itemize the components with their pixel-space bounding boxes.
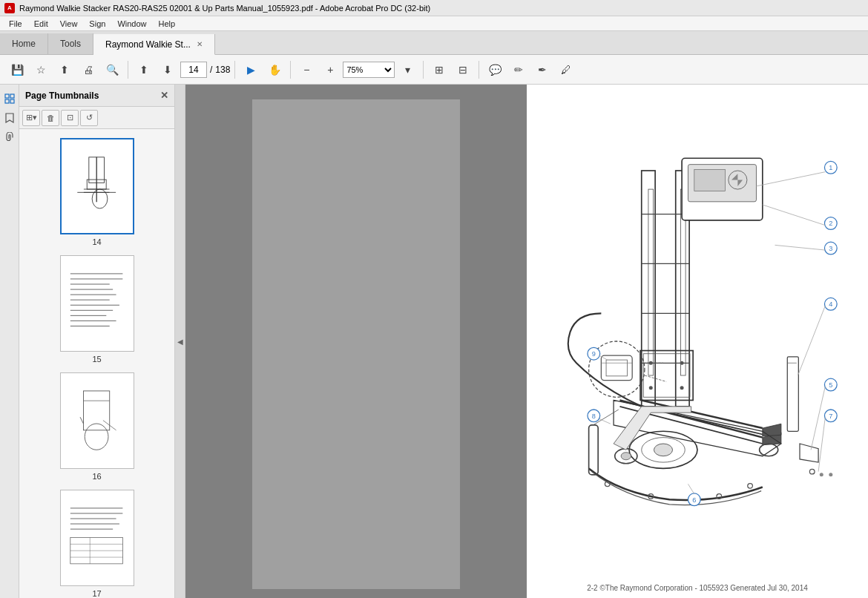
svg-rect-3 (10, 99, 14, 103)
svg-point-49 (649, 386, 653, 390)
parts-diagram-svg: 1 2 3 4 5 6 7 (527, 85, 868, 598)
title-bar: A Raymond Walkie Stacker RAS20-RAS25 020… (0, 0, 868, 16)
view-options-button[interactable]: ⊟ (452, 59, 474, 80)
separator-3 (290, 61, 291, 79)
menu-view[interactable]: View (54, 18, 84, 30)
svg-line-25 (80, 418, 83, 424)
diagram-area: 1 2 3 4 5 6 7 (527, 85, 868, 598)
svg-line-99 (688, 484, 694, 493)
svg-line-96 (811, 387, 825, 450)
menu-help[interactable]: Help (153, 18, 182, 30)
separator-1 (128, 61, 128, 79)
page-navigation: / 138 (180, 62, 230, 78)
tab-bar: Home Tools Raymond Walkie St... ✕ (0, 31, 868, 55)
panel-toolbar: ⊞▾ 🗑 ⊡ ↺ (19, 107, 174, 129)
thumbnail-img-15 (60, 255, 134, 352)
thumbnails-list: 14 (19, 129, 174, 598)
next-page-button[interactable]: ⬇ (157, 59, 179, 80)
menu-edit[interactable]: Edit (28, 18, 54, 30)
zoom-select[interactable]: 75% 50% 100% 125% 150% (343, 62, 395, 78)
svg-rect-75 (589, 425, 599, 475)
svg-text:7: 7 (829, 413, 832, 420)
sign-button[interactable]: 🖊 (555, 59, 577, 80)
svg-line-102 (818, 418, 825, 472)
tab-home[interactable]: Home (0, 33, 48, 54)
bookmarks-icon[interactable] (1, 110, 18, 126)
svg-point-57 (654, 444, 672, 456)
zoom-in-button[interactable]: + (319, 59, 341, 80)
print-button[interactable]: 🖨 (77, 59, 99, 80)
menu-sign[interactable]: Sign (83, 18, 111, 30)
panel-title: Page Thumbnails (25, 91, 99, 101)
thumbnails-panel: Page Thumbnails ✕ ⊞▾ 🗑 ⊡ ↺ (19, 85, 175, 598)
thumbnail-page-16[interactable]: 16 (19, 369, 174, 484)
svg-text:4: 4 (829, 300, 832, 308)
icon-sidebar (0, 85, 19, 598)
panel-rotate-button[interactable]: ↺ (80, 110, 98, 126)
menu-file[interactable]: File (3, 18, 28, 30)
svg-rect-1 (10, 94, 14, 98)
panel-extract-button[interactable]: ⊡ (61, 110, 79, 126)
pdf-page-blank (252, 99, 460, 589)
svg-point-24 (85, 424, 109, 450)
toolbar: 💾 ☆ ⬆ 🖨 🔍 ⬆ ⬇ / 138 ▶ ✋ − + 75% 50% 100%… (0, 55, 868, 85)
page-total: 138 (215, 65, 230, 75)
select-tool-button[interactable]: ▶ (240, 59, 262, 80)
svg-line-87 (763, 205, 825, 226)
panel-collapse-handle[interactable]: ◀ (175, 85, 185, 598)
svg-rect-39 (648, 189, 654, 375)
svg-rect-22 (84, 391, 110, 430)
thumbnail-page-17[interactable]: 17 (19, 487, 174, 598)
separator-2 (234, 61, 235, 79)
upload-button[interactable]: ⬆ (53, 59, 76, 80)
panel-header: Page Thumbnails ✕ (19, 85, 174, 107)
prev-page-button[interactable]: ⬆ (133, 59, 155, 80)
main-area: Page Thumbnails ✕ ⊞▾ 🗑 ⊡ ↺ (0, 85, 868, 598)
pdf-gray-area (185, 85, 527, 598)
svg-line-84 (756, 172, 825, 186)
svg-text:3: 3 (829, 245, 832, 252)
tab-close-button[interactable]: ✕ (197, 40, 203, 48)
svg-point-79 (809, 469, 815, 474)
save-button[interactable]: 💾 (6, 59, 28, 80)
thumbnail-page-14[interactable]: 14 (19, 135, 174, 249)
fit-page-button[interactable]: ⊞ (428, 59, 450, 80)
menu-window[interactable]: Window (111, 18, 152, 30)
zoom-out-button[interactable]: − (295, 59, 318, 80)
svg-rect-2 (5, 99, 9, 103)
separator-4 (423, 61, 424, 79)
thumbnail-page-15[interactable]: 15 (19, 252, 174, 367)
comment-button[interactable]: 💬 (484, 59, 506, 80)
svg-point-59 (621, 453, 631, 460)
zoom-dropdown-button[interactable]: ▾ (396, 59, 418, 80)
menu-bar: File Edit View Sign Window Help (0, 16, 868, 31)
svg-point-80 (820, 473, 823, 476)
hand-tool-button[interactable]: ✋ (263, 59, 286, 80)
thumbnails-icon[interactable] (1, 91, 18, 107)
panel-close-button[interactable]: ✕ (160, 90, 168, 101)
attachments-icon[interactable] (1, 129, 18, 145)
separator-5 (479, 61, 479, 79)
draw-button[interactable]: ✒ (531, 59, 553, 80)
svg-point-60 (760, 444, 778, 456)
window-title: Raymond Walkie Stacker RAS20-RAS25 02001… (19, 4, 430, 13)
svg-text:1: 1 (829, 164, 832, 171)
svg-point-64 (748, 484, 753, 489)
tab-document[interactable]: Raymond Walkie St... ✕ (93, 34, 215, 55)
tab-tools[interactable]: Tools (48, 33, 93, 54)
bookmark-button[interactable]: ☆ (30, 59, 52, 80)
diagram-footer: 2-2 ©The Raymond Corporation - 1055923 G… (587, 584, 808, 592)
svg-point-50 (680, 386, 684, 390)
search-button[interactable]: 🔍 (101, 59, 123, 80)
highlight-button[interactable]: ✏ (507, 59, 530, 80)
svg-line-93 (798, 306, 825, 375)
page-number-input[interactable] (180, 62, 207, 78)
panel-view-options[interactable]: ⊞▾ (22, 110, 40, 126)
panel-delete-button[interactable]: 🗑 (42, 110, 59, 126)
svg-text:8: 8 (592, 413, 596, 420)
thumbnail-img-16 (60, 372, 134, 469)
page-separator: / (210, 65, 212, 75)
svg-line-105 (599, 419, 611, 424)
thumbnail-img-17 (60, 490, 134, 586)
svg-text:5: 5 (829, 381, 832, 389)
